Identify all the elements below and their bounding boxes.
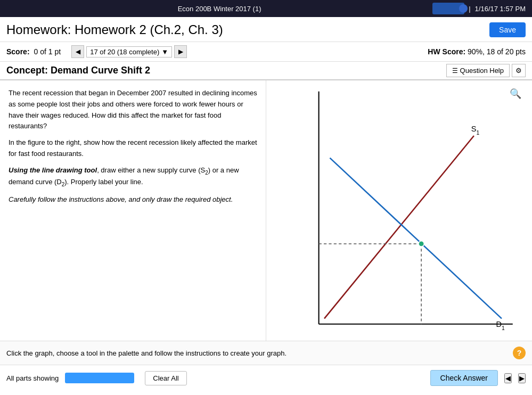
- graph-svg[interactable]: S1 D1: [266, 80, 532, 341]
- score-label: Score:: [6, 47, 30, 56]
- svg-line-2: [324, 136, 474, 318]
- header-row: Homework: Homework 2 (Ch.2, Ch. 3) Save: [0, 17, 532, 42]
- s1-label: S1: [471, 125, 480, 136]
- clear-all-button[interactable]: Clear All: [145, 371, 186, 385]
- hw-score-value: 90%, 18 of 20 pts: [468, 47, 526, 56]
- question-paragraph-4: Carefully follow the instructions above,…: [9, 194, 257, 205]
- svg-point-6: [419, 241, 424, 246]
- save-button[interactable]: Save: [489, 22, 526, 37]
- top-bar-right: | 1/16/17 1:57 PM: [432, 3, 526, 14]
- hamburger-icon: ☰: [452, 67, 458, 75]
- next-question-button[interactable]: ▶: [174, 45, 187, 58]
- careful-instruction: Carefully follow the instructions above,…: [9, 195, 233, 203]
- tool-instruction-italic: Using the line drawing tool: [9, 166, 97, 174]
- prev-question-button[interactable]: ◀: [71, 45, 84, 58]
- action-bar: All parts showing Clear All Check Answer…: [0, 365, 532, 391]
- question-paragraph-3: Using the line drawing tool, draw either…: [9, 165, 257, 189]
- tool-instruction-text: , draw either a new supply curve (S: [97, 166, 205, 174]
- progress-dropdown[interactable]: 17 of 20 (18 complete) ▼: [86, 46, 172, 57]
- all-parts-label: All parts showing: [6, 374, 59, 382]
- question-paragraph-1: The recent recession that began in Decem…: [9, 88, 257, 132]
- question-paragraph-2: In the figure to the right, show how the…: [9, 137, 257, 160]
- question-help-button[interactable]: ☰ Question Help: [446, 64, 510, 77]
- settings-button[interactable]: ⚙: [512, 64, 526, 77]
- right-panel[interactable]: 🔍 S1 D1: [266, 80, 532, 341]
- main-content: The recent recession that began in Decem…: [0, 80, 532, 341]
- concept-row: Concept: Demand Curve Shift 2 ☰ Question…: [0, 62, 532, 80]
- score-value: 0 of 1 pt: [34, 47, 61, 56]
- label-instruction: ). Properly label your line.: [64, 178, 143, 186]
- left-panel: The recent recession that began in Decem…: [0, 80, 266, 341]
- dropdown-arrow-icon: ▼: [161, 48, 168, 56]
- prev-button[interactable]: ◀: [504, 373, 512, 383]
- help-button[interactable]: ?: [513, 347, 526, 359]
- page-title: Homework: Homework 2 (Ch.2, Ch. 3): [6, 22, 223, 37]
- score-row: Score: 0 of 1 pt ◀ 17 of 20 (18 complete…: [0, 42, 532, 62]
- instruction-bar: Click the graph, choose a tool in the pa…: [0, 341, 532, 365]
- progress-text: 17 of 20 (18 complete): [90, 48, 159, 56]
- course-title: Econ 200B Winter 2017 (1): [6, 5, 432, 13]
- svg-line-3: [330, 158, 502, 319]
- top-bar: Econ 200B Winter 2017 (1) | 1/16/17 1:57…: [0, 0, 532, 17]
- d1-label: D1: [496, 320, 505, 331]
- hw-score-label: HW Score:: [428, 47, 465, 56]
- concept-title: Concept: Demand Curve Shift 2: [6, 65, 150, 76]
- concept-tools: ☰ Question Help ⚙: [446, 64, 526, 77]
- question-help-label: Question Help: [460, 67, 504, 75]
- next-button[interactable]: ▶: [518, 373, 526, 383]
- check-answer-button[interactable]: Check Answer: [430, 370, 498, 386]
- datetime: 1/16/17 1:57 PM: [475, 5, 526, 13]
- instruction-text: Click the graph, choose a tool in the pa…: [6, 349, 287, 357]
- user-avatar[interactable]: [432, 3, 464, 14]
- divider: |: [469, 5, 470, 13]
- progress-bar: [65, 373, 134, 383]
- hw-score-area: HW Score: 90%, 18 of 20 pts: [428, 47, 526, 56]
- zoom-in-button[interactable]: 🔍: [510, 88, 521, 100]
- gear-icon: ⚙: [515, 67, 522, 75]
- nav-area: ◀ 17 of 20 (18 complete) ▼ ▶: [71, 45, 187, 58]
